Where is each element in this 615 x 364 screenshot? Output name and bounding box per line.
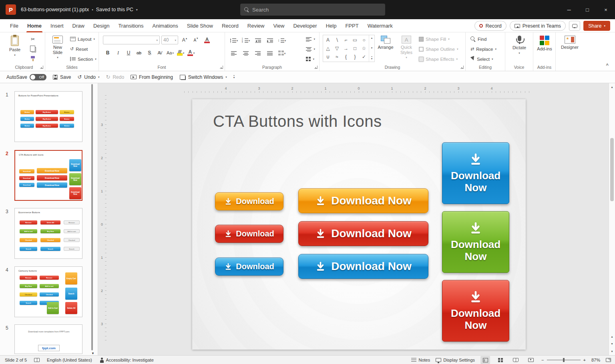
cta-square-button-green[interactable]: Download Now (442, 211, 509, 273)
slide-title[interactable]: CTA Buttons with Icons (213, 112, 382, 130)
zoom-in-button[interactable]: + (583, 358, 586, 362)
dictate-button[interactable]: Dictate ▾ (509, 34, 529, 54)
spell-check-button[interactable] (34, 358, 40, 362)
accessibility-button[interactable]: Accessibility: Investigate (99, 358, 154, 363)
tab-draw[interactable]: Draw (68, 19, 89, 32)
numbering-button[interactable]: ▾ (241, 36, 251, 45)
bullets-button[interactable]: ▾ (229, 36, 239, 45)
font-name-combobox[interactable]: ▾ (103, 36, 160, 44)
minimize-button[interactable]: ─ (560, 0, 578, 19)
tab-insert[interactable]: Insert (46, 19, 68, 32)
tab-file[interactable]: File (6, 19, 23, 32)
shape-icon[interactable]: } (352, 53, 359, 60)
change-case-button[interactable]: Aa ▾ (165, 48, 175, 57)
shape-icon[interactable]: A (324, 36, 332, 44)
save-button[interactable]: Save (53, 74, 71, 80)
zoom-slider-knob[interactable] (563, 358, 565, 362)
decrease-font-size-button[interactable]: A ▾ (191, 36, 201, 44)
notes-button[interactable]: Notes (411, 358, 430, 362)
tab-view[interactable]: View (269, 19, 289, 32)
shape-icon[interactable]: ∪ (324, 53, 332, 60)
select-button[interactable]: Select▾ (470, 54, 496, 64)
arrange-button[interactable]: Arrange (376, 34, 396, 50)
vertical-ruler[interactable]: 3210123 (100, 95, 107, 341)
slide-thumbnail-4[interactable]: Cartoony buttonsRemoveRemoveBuy NowAdd t… (14, 266, 82, 317)
language-button[interactable]: English (United States) (47, 358, 92, 362)
shape-effects-button[interactable]: Shape Effects▾ (419, 54, 458, 64)
search-bar[interactable] (240, 4, 385, 16)
undo-button[interactable]: ↺ Undo ▾ (77, 74, 99, 80)
find-button[interactable]: Find (470, 34, 496, 44)
slide-thumbnail-2-selected[interactable]: CTA Buttons with IconsDownloadDownloadDo… (14, 150, 82, 201)
collapse-ribbon-button[interactable]: ^ (606, 63, 609, 68)
share-button[interactable]: Share ▾ (583, 21, 610, 31)
format-painter-button[interactable] (28, 54, 38, 63)
customize-toolbar-button[interactable]: ▾ (233, 75, 235, 79)
replace-button[interactable]: ⇄Replace▾ (470, 44, 496, 54)
comments-button[interactable] (569, 21, 580, 31)
shape-icon[interactable]: { (342, 53, 350, 60)
cut-button[interactable]: ✂ (28, 35, 38, 44)
shape-icon[interactable]: ○ (360, 36, 368, 44)
tab-help[interactable]: Help (322, 19, 341, 32)
zoom-slider[interactable] (547, 360, 581, 360)
zoom-out-button[interactable]: − (541, 358, 544, 362)
new-slide-button[interactable]: New Slide ▾ (48, 34, 68, 59)
font-size-combobox[interactable]: ▾ (161, 36, 178, 44)
addins-button[interactable]: Add-ins (535, 34, 555, 52)
justify-button[interactable] (265, 49, 275, 58)
cta-small-button-orange[interactable]: Download (215, 192, 283, 210)
zoom-level[interactable]: 87% (591, 358, 600, 362)
slideshow-view-button[interactable] (526, 356, 536, 364)
next-slide-button[interactable]: ▾ (609, 342, 615, 346)
strikethrough-button[interactable]: ab (134, 48, 144, 57)
shape-icon[interactable]: → (342, 45, 350, 52)
quick-styles-button[interactable]: A Quick Styles ▾ (396, 34, 416, 59)
record-button[interactable]: Record (474, 21, 506, 31)
shape-icon[interactable]: ▽ (334, 45, 341, 52)
tab-review[interactable]: Review (243, 19, 269, 32)
columns-button[interactable]: ▾ (277, 49, 287, 58)
designer-button[interactable]: Designer (560, 34, 580, 50)
main-vertical-scrollbar[interactable]: ▴ ▴ ▾ ▾ (609, 83, 615, 355)
shape-icon[interactable]: ☆ (360, 45, 368, 52)
shape-outline-button[interactable]: Shape Outline▾ (419, 44, 458, 54)
font-name-input[interactable] (105, 37, 155, 43)
character-spacing-button[interactable]: AV (155, 48, 165, 57)
chevron-down-icon[interactable]: ▾ (136, 8, 138, 12)
increase-font-size-button[interactable]: A ▴ (180, 36, 189, 44)
thumbnail-scroll-down-button[interactable]: ▼ (91, 352, 94, 355)
highlight-color-button[interactable]: ▾ (176, 48, 185, 57)
text-direction-button[interactable]: ▾ (306, 34, 315, 44)
normal-view-button[interactable] (480, 356, 490, 364)
slide-thumbnail-3[interactable]: Ecommerce ButtonsRemoveDelete AllRemoveA… (14, 208, 82, 259)
scrollbar-thumb[interactable] (610, 138, 614, 201)
present-in-teams-button[interactable]: Present in Teams (510, 21, 566, 31)
cta-large-button-orange[interactable]: Download Now (298, 188, 428, 213)
tab-animations[interactable]: Animations (148, 19, 183, 32)
align-right-button[interactable] (253, 49, 263, 58)
font-size-input[interactable] (163, 37, 174, 43)
italic-button[interactable]: I (113, 48, 123, 57)
align-left-button[interactable] (229, 49, 239, 58)
shapes-more-icon[interactable]: ▾ (371, 56, 373, 60)
shape-icon[interactable]: ▭ (352, 36, 359, 44)
clear-formatting-button[interactable]: A (202, 36, 212, 44)
tab-fppt[interactable]: FPPT (341, 19, 363, 32)
section-button[interactable]: Section ▾ (70, 54, 96, 64)
shape-icon[interactable]: ⌐ (342, 36, 350, 44)
align-text-button[interactable]: ▾ (306, 44, 315, 54)
tab-design[interactable]: Design (89, 19, 114, 32)
line-spacing-button[interactable]: ▾ (277, 36, 287, 45)
shape-fill-button[interactable]: Shape Fill▾ (419, 34, 458, 44)
tab-developer[interactable]: Developer (289, 19, 321, 32)
autosave-toggle[interactable]: AutoSave Off (6, 74, 46, 80)
tab-watermark[interactable]: Watermark (363, 19, 397, 32)
decrease-indent-button[interactable] (253, 36, 263, 45)
shape-icon[interactable]: ≈ (334, 53, 341, 60)
align-center-button[interactable] (241, 49, 251, 58)
bold-button[interactable]: B (103, 48, 113, 57)
scroll-up-button[interactable]: ▴ (609, 85, 615, 89)
slide-sorter-view-button[interactable] (496, 356, 505, 364)
clipboard-dialog-launcher[interactable] (40, 66, 43, 69)
